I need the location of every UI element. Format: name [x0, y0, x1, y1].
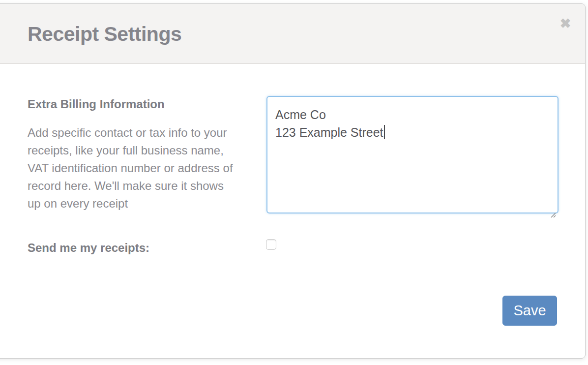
extra-billing-description: Add specific contact or tax info to your…	[28, 124, 238, 213]
extra-billing-label: Extra Billing Information	[28, 97, 165, 111]
send-receipts-label: Send me my receipts:	[28, 241, 149, 255]
textarea-line: 123 Example Street	[275, 123, 550, 141]
resize-grip-icon[interactable]	[550, 205, 556, 211]
close-button[interactable]: ✖	[557, 15, 574, 32]
modal-header: Receipt Settings ✖	[0, 4, 585, 64]
close-icon: ✖	[560, 16, 571, 31]
send-receipts-checkbox[interactable]	[266, 239, 276, 250]
textarea-line: Acme Co	[275, 106, 550, 123]
modal-body: Extra Billing Information Add specific c…	[0, 64, 585, 358]
receipt-settings-modal: Receipt Settings ✖ Extra Billing Informa…	[0, 3, 586, 359]
save-button[interactable]: Save	[502, 296, 557, 326]
extra-billing-textarea[interactable]: Acme Co 123 Example Street	[266, 96, 559, 213]
text-caret	[384, 125, 385, 139]
page-title: Receipt Settings	[28, 23, 181, 46]
